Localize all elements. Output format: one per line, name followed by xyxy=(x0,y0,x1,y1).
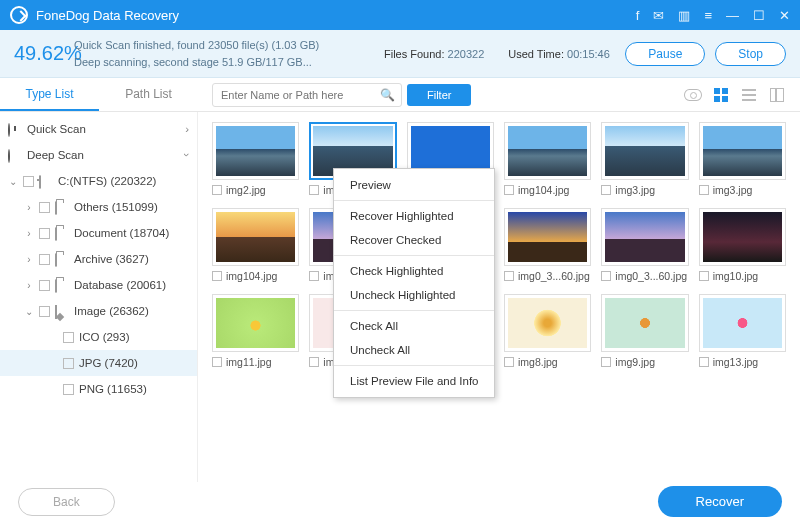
checkbox[interactable] xyxy=(39,254,50,265)
tree-deep-scan[interactable]: Deep Scan› xyxy=(0,142,197,168)
cart-icon[interactable]: ▥ xyxy=(678,8,690,23)
thumbnail-checkbox[interactable] xyxy=(601,357,611,367)
stop-button[interactable]: Stop xyxy=(715,42,786,66)
search-input[interactable] xyxy=(212,83,402,107)
preview-toggle-icon[interactable] xyxy=(684,86,702,104)
thumbnail-image[interactable] xyxy=(601,208,688,266)
tree-png[interactable]: ›PNG (11653) xyxy=(0,376,197,402)
checkbox[interactable] xyxy=(39,306,50,317)
tree-others[interactable]: ›Others (151099) xyxy=(0,194,197,220)
thumbnail-item[interactable]: img9.jpg xyxy=(601,294,688,368)
menu-recover-checked[interactable]: Recover Checked xyxy=(334,228,494,252)
minimize-icon[interactable]: — xyxy=(726,8,739,23)
thumbnail-checkbox[interactable] xyxy=(309,357,319,367)
thumbnail-checkbox[interactable] xyxy=(504,185,514,195)
app-title: FoneDog Data Recovery xyxy=(36,8,636,23)
recover-button[interactable]: Recover xyxy=(658,486,782,517)
menu-preview[interactable]: Preview xyxy=(334,173,494,197)
menu-check-highlighted[interactable]: Check Highlighted xyxy=(334,259,494,283)
tree-archive[interactable]: ›Archive (3627) xyxy=(0,246,197,272)
thumbnail-checkbox[interactable] xyxy=(212,185,222,195)
menu-recover-highlighted[interactable]: Recover Highlighted xyxy=(334,204,494,228)
thumbnail-checkbox[interactable] xyxy=(601,185,611,195)
tree-document[interactable]: ›Document (18704) xyxy=(0,220,197,246)
menu-uncheck-highlighted[interactable]: Uncheck Highlighted xyxy=(334,283,494,307)
thumbnail-image[interactable] xyxy=(212,122,299,180)
thumbnail-checkbox[interactable] xyxy=(504,271,514,281)
tree-quick-scan[interactable]: Quick Scan› xyxy=(0,116,197,142)
menu-uncheck-all[interactable]: Uncheck All xyxy=(334,338,494,362)
checkbox[interactable] xyxy=(39,280,50,291)
thumbnail-image[interactable] xyxy=(699,122,786,180)
thumbnail-grid: img2.jpgimg1.jpgimg1.jpgimg104.jpgimg3.j… xyxy=(198,112,800,482)
menu-separator xyxy=(334,200,494,201)
thumbnail-item[interactable]: img104.jpg xyxy=(212,208,299,282)
tree-database[interactable]: ›Database (20061) xyxy=(0,272,197,298)
files-found-value: 220322 xyxy=(448,48,485,60)
menu-icon[interactable]: ≡ xyxy=(704,8,712,23)
tree-image[interactable]: ⌄Image (26362) xyxy=(0,298,197,324)
checkbox[interactable] xyxy=(63,358,74,369)
view-detail-icon[interactable] xyxy=(768,86,786,104)
feedback-icon[interactable]: ✉ xyxy=(653,8,664,23)
thumbnail-item[interactable]: img3.jpg xyxy=(601,122,688,196)
thumbnail-filename: img9.jpg xyxy=(615,356,655,368)
thumbnail-checkbox[interactable] xyxy=(699,271,709,281)
context-menu: Preview Recover Highlighted Recover Chec… xyxy=(333,168,495,398)
close-icon[interactable]: ✕ xyxy=(779,8,790,23)
thumbnail-item[interactable]: img3.jpg xyxy=(699,122,786,196)
thumbnail-image[interactable] xyxy=(504,294,591,352)
thumbnail-checkbox[interactable] xyxy=(699,357,709,367)
facebook-icon[interactable]: f xyxy=(636,8,640,23)
checkbox[interactable] xyxy=(63,384,74,395)
thumbnail-filename: img104.jpg xyxy=(518,184,569,196)
checkbox[interactable] xyxy=(39,228,50,239)
thumbnail-item[interactable]: img13.jpg xyxy=(699,294,786,368)
thumbnail-image[interactable] xyxy=(699,208,786,266)
thumbnail-checkbox[interactable] xyxy=(699,185,709,195)
view-grid-icon[interactable] xyxy=(712,86,730,104)
tree-ico[interactable]: ›ICO (293) xyxy=(0,324,197,350)
maximize-icon[interactable]: ☐ xyxy=(753,8,765,23)
thumbnail-checkbox[interactable] xyxy=(504,357,514,367)
view-list-icon[interactable] xyxy=(740,86,758,104)
checkbox[interactable] xyxy=(23,176,34,187)
tree-jpg[interactable]: ›JPG (7420) xyxy=(0,350,197,376)
filter-button[interactable]: Filter xyxy=(407,84,471,106)
thumbnail-item[interactable]: img11.jpg xyxy=(212,294,299,368)
thumbnail-checkbox[interactable] xyxy=(212,271,222,281)
thumbnail-checkbox[interactable] xyxy=(601,271,611,281)
checkbox[interactable] xyxy=(63,332,74,343)
checkbox[interactable] xyxy=(39,202,50,213)
thumbnail-filename: img0_3...60.jpg xyxy=(518,270,590,282)
menu-list-preview-info[interactable]: List Preview File and Info xyxy=(334,369,494,393)
tab-type-list[interactable]: Type List xyxy=(0,79,99,111)
thumbnail-checkbox[interactable] xyxy=(212,357,222,367)
thumbnail-image[interactable] xyxy=(601,294,688,352)
tree-label: Image (26362) xyxy=(74,305,149,317)
thumbnail-image[interactable] xyxy=(212,208,299,266)
thumbnail-image[interactable] xyxy=(601,122,688,180)
thumbnail-item[interactable]: img0_3...60.jpg xyxy=(504,208,591,282)
menu-check-all[interactable]: Check All xyxy=(334,314,494,338)
tree-drive[interactable]: ⌄C:(NTFS) (220322) xyxy=(0,168,197,194)
pause-button[interactable]: Pause xyxy=(625,42,705,66)
thumbnail-item[interactable]: img104.jpg xyxy=(504,122,591,196)
thumbnail-item[interactable]: img0_3...60.jpg xyxy=(601,208,688,282)
tab-path-list[interactable]: Path List xyxy=(99,79,198,111)
thumbnail-item[interactable]: img10.jpg xyxy=(699,208,786,282)
thumbnail-image[interactable] xyxy=(504,122,591,180)
thumbnail-image[interactable] xyxy=(699,294,786,352)
thumbnail-item[interactable]: img2.jpg xyxy=(212,122,299,196)
used-time-value: 00:15:46 xyxy=(567,48,610,60)
back-button[interactable]: Back xyxy=(18,488,115,516)
thumbnail-item[interactable]: img8.jpg xyxy=(504,294,591,368)
toolbar: Type List Path List 🔍 Filter xyxy=(0,78,800,112)
thumbnail-filename: img10.jpg xyxy=(713,270,759,282)
thumbnail-image[interactable] xyxy=(504,208,591,266)
tree-label: Deep Scan xyxy=(27,149,84,161)
tree-label: Others (151099) xyxy=(74,201,158,213)
thumbnail-image[interactable] xyxy=(212,294,299,352)
thumbnail-checkbox[interactable] xyxy=(309,185,319,195)
thumbnail-checkbox[interactable] xyxy=(309,271,319,281)
